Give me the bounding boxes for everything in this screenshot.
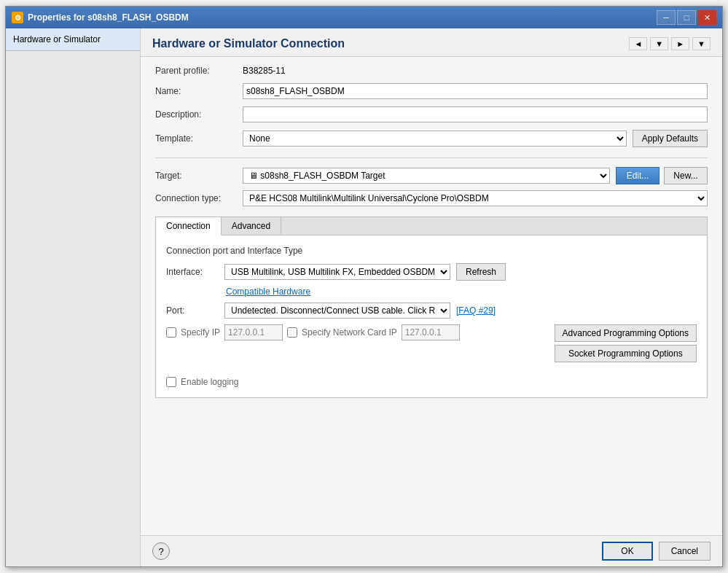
specify-ip-row: Specify IP Specify Network Card IP (166, 324, 543, 340)
tab-connection[interactable]: Connection (156, 217, 222, 235)
main-window: ⚙ Properties for s08sh8_FLASH_OSBDM ─ □ … (5, 6, 723, 567)
apply-defaults-button[interactable]: Apply Defaults (633, 130, 708, 147)
connection-type-row: Connection type: P&E HCS08 Multilink\Mul… (155, 190, 708, 206)
tab-content-connection: Connection port and Interface Type Inter… (156, 235, 707, 397)
parent-profile-label: Parent profile: (155, 66, 243, 76)
titlebar-buttons: ─ □ ✕ (657, 10, 716, 25)
minimize-button[interactable]: ─ (657, 10, 676, 25)
nav-back-button[interactable]: ◄ (629, 37, 647, 50)
interface-select[interactable]: USB Multilink, USB Multilink FX, Embedde… (224, 264, 450, 280)
titlebar: ⚙ Properties for s08sh8_FLASH_OSBDM ─ □ … (6, 7, 722, 28)
nav-forward-button[interactable]: ► (671, 37, 689, 50)
sidebar-item-hardware[interactable]: Hardware or Simulator (6, 28, 140, 51)
template-select[interactable]: None (243, 130, 627, 147)
faq-link[interactable]: [FAQ #29] (456, 305, 496, 316)
right-buttons: Advanced Programming Options Socket Prog… (555, 324, 697, 362)
separator (155, 157, 708, 158)
parent-profile-row: Parent profile: B38285-11 (155, 66, 708, 76)
specify-ip-label: Specify IP (181, 327, 220, 338)
socket-programming-options-button[interactable]: Socket Programming Options (555, 345, 697, 362)
ip-section: Specify IP Specify Network Card IP (166, 324, 543, 346)
close-button[interactable]: ✕ (697, 10, 716, 25)
target-select[interactable]: 🖥 s08sh8_FLASH_OSBDM Target (243, 168, 610, 184)
interface-label: Interface: (166, 267, 224, 277)
compatible-hardware-link[interactable]: Compatible Hardware (226, 286, 697, 297)
bottom-bar: ? OK Cancel (141, 535, 722, 566)
description-input[interactable] (243, 106, 708, 122)
tab-advanced[interactable]: Advanced (222, 217, 281, 235)
connection-type-select[interactable]: P&E HCS08 Multilink\Multilink Universal\… (243, 190, 708, 206)
bottom-buttons: OK Cancel (602, 542, 711, 561)
form-area: Parent profile: B38285-11 Name: Descript… (141, 57, 722, 535)
template-label: Template: (155, 133, 243, 144)
advanced-programming-options-button[interactable]: Advanced Programming Options (555, 324, 697, 342)
description-row: Description: (155, 106, 708, 122)
help-button[interactable]: ? (152, 542, 170, 560)
tabs-header: Connection Advanced (156, 217, 707, 235)
nav-buttons: ◄ ▼ ► ▼ (629, 37, 711, 50)
tabs-container: Connection Advanced Connection port and … (155, 217, 708, 398)
nav-dropdown-button[interactable]: ▼ (650, 37, 668, 50)
target-label: Target: (155, 171, 243, 181)
name-row: Name: (155, 83, 708, 99)
left-panel: Hardware or Simulator (6, 28, 141, 566)
port-label: Port: (166, 305, 224, 316)
nav-forward-dropdown-button[interactable]: ▼ (692, 37, 711, 50)
parent-profile-value: B38285-11 (243, 66, 286, 76)
window-title: Properties for s08sh8_FLASH_OSBDM (28, 12, 657, 23)
target-row: Target: 🖥 s08sh8_FLASH_OSBDM Target Edit… (155, 167, 708, 184)
main-header: Hardware or Simulator Connection ◄ ▼ ► ▼ (141, 28, 722, 57)
enable-logging-checkbox[interactable] (166, 377, 176, 387)
connection-type-label: Connection type: (155, 193, 243, 203)
specify-network-card-input[interactable] (402, 324, 460, 340)
specify-network-card-label: Specify Network Card IP (302, 327, 397, 338)
name-label: Name: (155, 86, 243, 96)
content-area: Hardware or Simulator Hardware or Simula… (6, 28, 722, 566)
interface-row: Interface: USB Multilink, USB Multilink … (166, 263, 697, 281)
name-input[interactable] (243, 83, 708, 99)
description-label: Description: (155, 109, 243, 120)
refresh-button[interactable]: Refresh (456, 263, 506, 281)
page-title: Hardware or Simulator Connection (152, 37, 345, 50)
enable-logging-label: Enable logging (181, 377, 238, 387)
section-title: Connection port and Interface Type (166, 246, 697, 256)
app-icon: ⚙ (12, 12, 23, 23)
new-button[interactable]: New... (664, 167, 708, 184)
maximize-button[interactable]: □ (677, 10, 696, 25)
ok-button[interactable]: OK (602, 542, 652, 561)
specify-ip-checkbox[interactable] (166, 327, 176, 338)
enable-logging-row: Enable logging (166, 377, 697, 387)
port-select[interactable]: Undetected. Disconnect/Connect USB cable… (224, 303, 450, 319)
template-row: Template: None Apply Defaults (155, 130, 708, 147)
specify-network-card-checkbox[interactable] (287, 327, 297, 338)
cancel-button[interactable]: Cancel (659, 542, 711, 561)
port-row: Port: Undetected. Disconnect/Connect USB… (166, 303, 697, 319)
edit-button[interactable]: Edit... (616, 167, 659, 184)
specify-ip-input[interactable] (224, 324, 283, 340)
main-panel: Hardware or Simulator Connection ◄ ▼ ► ▼… (141, 28, 722, 566)
